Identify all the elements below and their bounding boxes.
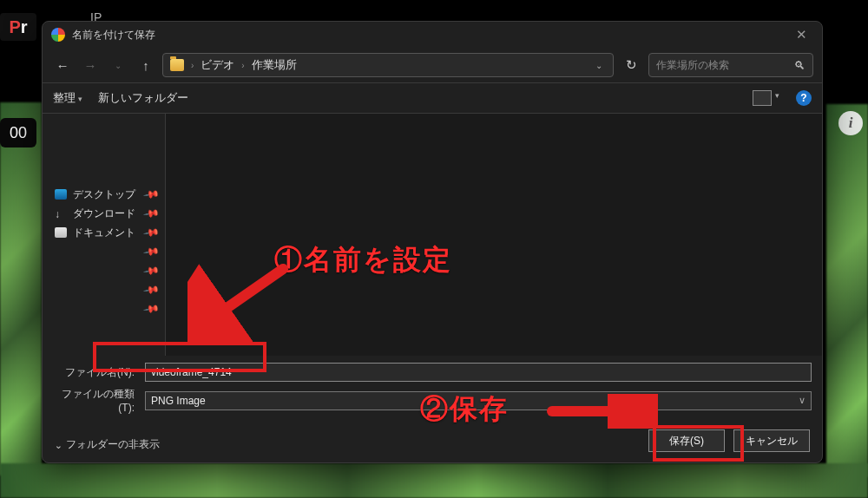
- sidebar-pinned-slot: 📌: [43, 242, 165, 261]
- chrome-icon: [51, 28, 65, 42]
- file-fields: ファイル名(N): ファイルの種類(T): PNG Image: [43, 356, 822, 417]
- close-button[interactable]: ✕: [789, 27, 813, 43]
- breadcrumb-bar[interactable]: › ビデオ › 作業場所 ⌄: [162, 53, 614, 77]
- desktop-icon: [55, 189, 67, 200]
- save-button[interactable]: 保存(S): [648, 429, 725, 452]
- sidebar-item-documents[interactable]: ドキュメント 📌: [43, 223, 165, 242]
- info-icon[interactable]: i: [838, 111, 863, 135]
- chevron-right-icon: ›: [191, 61, 194, 70]
- save-as-dialog: 名前を付けて保存 ✕ ← → ⌄ ↑ › ビデオ › 作業場所 ⌄ ↻ 作業場所…: [42, 21, 823, 463]
- pr-logo: Pr: [0, 13, 36, 41]
- nav-recent-dropdown[interactable]: ⌄: [107, 54, 129, 76]
- sidebar-item-downloads[interactable]: ダウンロード 📌: [43, 204, 165, 223]
- organize-menu[interactable]: 整理: [53, 90, 82, 106]
- pin-icon: 📌: [142, 262, 160, 279]
- help-button[interactable]: ?: [796, 90, 812, 106]
- sidebar-pinned-slot: 📌: [43, 261, 165, 280]
- sidebar-item-label: ダウンロード: [73, 206, 135, 221]
- pin-icon: 📌: [142, 243, 160, 260]
- nav-back-button[interactable]: ←: [51, 54, 74, 76]
- timestamp-badge: 00: [0, 118, 36, 147]
- sidebar: デスクトップ 📌 ダウンロード 📌 ドキュメント 📌 📌 📌 📌 📌: [43, 114, 166, 356]
- filename-label: ファイル名(N):: [53, 365, 140, 380]
- filetype-value: PNG Image: [151, 395, 206, 407]
- file-list-area[interactable]: [166, 114, 822, 356]
- pin-icon: 📌: [142, 186, 160, 203]
- sidebar-item-label: デスクトップ: [73, 187, 135, 202]
- pin-icon: 📌: [142, 300, 160, 318]
- cancel-button[interactable]: キャンセル: [733, 429, 810, 452]
- search-placeholder: 作業場所の検索: [656, 58, 729, 73]
- filename-input-text[interactable]: [151, 366, 806, 378]
- nav-up-button[interactable]: ↑: [135, 54, 157, 76]
- backdrop-bottom: [0, 463, 868, 498]
- search-input[interactable]: 作業場所の検索 🔍︎: [648, 53, 813, 77]
- sidebar-pinned-slot: 📌: [43, 280, 165, 299]
- view-mode-button[interactable]: [753, 90, 772, 106]
- pin-icon: 📌: [142, 224, 160, 241]
- filetype-select[interactable]: PNG Image: [145, 391, 812, 410]
- chevron-right-icon: ›: [241, 61, 244, 70]
- dialog-footer: フォルダーの非表示 保存(S) キャンセル: [43, 417, 822, 462]
- search-icon: 🔍︎: [794, 59, 806, 72]
- pin-icon: 📌: [142, 205, 160, 222]
- backdrop-left: [0, 102, 42, 475]
- new-folder-button[interactable]: 新しいフォルダー: [98, 90, 188, 106]
- titlebar: 名前を付けて保存 ✕: [43, 22, 822, 48]
- sidebar-item-desktop[interactable]: デスクトップ 📌: [43, 185, 165, 204]
- nav-row: ← → ⌄ ↑ › ビデオ › 作業場所 ⌄ ↻ 作業場所の検索 🔍︎: [43, 48, 822, 82]
- filetype-label: ファイルの種類(T):: [53, 387, 140, 414]
- refresh-button[interactable]: ↻: [619, 53, 643, 77]
- hide-folders-toggle[interactable]: フォルダーの非表示: [55, 437, 160, 452]
- breadcrumb-segment[interactable]: ビデオ: [201, 57, 234, 73]
- document-icon: [55, 227, 67, 238]
- sidebar-pinned-slot: 📌: [43, 299, 165, 318]
- nav-forward-button[interactable]: →: [79, 54, 102, 76]
- dialog-body: デスクトップ 📌 ダウンロード 📌 ドキュメント 📌 📌 📌 📌 📌: [43, 114, 822, 356]
- folder-icon: [170, 59, 184, 71]
- breadcrumb-dropdown-icon[interactable]: ⌄: [595, 61, 606, 70]
- filename-input[interactable]: [145, 363, 812, 382]
- toolbar: 整理 新しいフォルダー ?: [43, 82, 822, 114]
- pin-icon: 📌: [142, 281, 160, 298]
- download-icon: [55, 208, 67, 219]
- sidebar-item-label: ドキュメント: [73, 226, 135, 240]
- dialog-title: 名前を付けて保存: [72, 28, 155, 43]
- backdrop-right: [826, 104, 868, 477]
- breadcrumb-segment[interactable]: 作業場所: [252, 57, 297, 73]
